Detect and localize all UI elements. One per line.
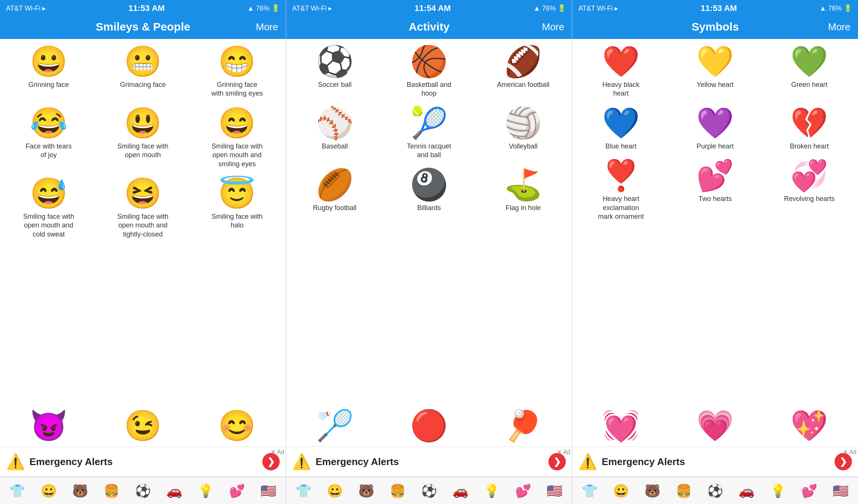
emoji-item[interactable]: 🏀 Basketball and hoop: [403, 46, 455, 98]
ad-banner[interactable]: ⚠️ Emergency Alerts ❯ ✕ Ad: [286, 447, 572, 477]
tab-icon-0[interactable]: 👕: [582, 484, 598, 497]
panel-smileys: AT&T Wi-Fi ▸ 11:53 AM ▲ 76% 🔋 Smileys & …: [0, 0, 286, 504]
emoji-glyph: 💔: [790, 108, 828, 138]
partial-emoji-item: 💓: [602, 411, 640, 441]
emoji-glyph: 🎱: [410, 170, 448, 200]
ad-close-button[interactable]: ✕ Ad: [843, 448, 856, 456]
partial-emoji-item: 🏸: [316, 411, 354, 441]
partial-emoji-item: 🔴: [410, 411, 448, 441]
emoji-item[interactable]: 😅 Smiling face with open mouth and cold …: [22, 178, 75, 239]
emoji-item[interactable]: 🏉 Rugby football: [308, 170, 361, 212]
tab-icon-7[interactable]: 💕: [515, 484, 531, 497]
tab-icon-8[interactable]: 🇺🇸: [547, 484, 562, 497]
emoji-item[interactable]: 😀 Grinning face: [22, 46, 75, 89]
tab-icon-2[interactable]: 🐻: [358, 484, 374, 497]
tab-icon-1[interactable]: 😀: [327, 484, 343, 497]
emoji-item[interactable]: 😃 Smiling face with open mouth: [116, 108, 169, 160]
emoji-item[interactable]: 💚 Green heart: [783, 46, 836, 89]
warning-icon: ⚠️: [6, 453, 25, 471]
tab-icon-4[interactable]: ⚽: [707, 484, 723, 497]
tab-icon-8[interactable]: 🇺🇸: [833, 484, 849, 497]
tab-icon-6[interactable]: 💡: [198, 484, 214, 497]
emoji-item[interactable]: 🏐 Volleyball: [497, 108, 550, 151]
tab-icon-4[interactable]: ⚽: [421, 484, 437, 497]
emoji-item[interactable]: 😂 Face with tears of joy: [22, 108, 75, 160]
emoji-item[interactable]: 💞 Revolving hearts: [783, 161, 836, 203]
tab-icon-1[interactable]: 😀: [41, 484, 57, 497]
emoji-item[interactable]: ⛳ Flag in hole: [497, 170, 550, 212]
warning-icon: ⚠️: [578, 453, 597, 471]
ad-banner[interactable]: ⚠️ Emergency Alerts ❯ ✕ Ad: [0, 447, 286, 477]
tab-icon-0[interactable]: 👕: [296, 484, 311, 497]
status-bar: AT&T Wi-Fi ▸ 11:54 AM ▲ 76% 🔋: [286, 0, 572, 17]
emoji-glyph: 😅: [30, 178, 68, 209]
nav-bar: Symbols More: [572, 17, 858, 39]
tab-icon-0[interactable]: 👕: [9, 484, 25, 497]
ad-text: Emergency Alerts: [316, 456, 544, 468]
tab-icon-1[interactable]: 😀: [613, 484, 629, 497]
status-battery: ▲ 76% 🔋: [533, 4, 566, 12]
emoji-item[interactable]: 🎱 Billiards: [403, 170, 455, 212]
emoji-row-1: 😂 Face with tears of joy 😃 Smiling face …: [0, 104, 286, 175]
partial-emoji-item: 😈: [30, 411, 68, 441]
tab-icon-4[interactable]: ⚽: [135, 484, 151, 497]
emoji-item[interactable]: 💔 Broken heart: [783, 108, 836, 151]
emoji-label: Green heart: [791, 80, 827, 89]
emoji-glyph: 🏉: [316, 170, 354, 200]
emoji-item[interactable]: 💜 Purple heart: [689, 108, 742, 151]
nav-title: Smileys & People: [96, 20, 190, 33]
emoji-label: Smiling face with open mouth and tightly…: [116, 212, 169, 239]
partial-emoji-item: 💗: [696, 411, 734, 441]
emoji-item[interactable]: ❤️ Heavy black heart: [595, 46, 647, 98]
emoji-glyph: 🏈: [504, 46, 542, 77]
tab-icon-7[interactable]: 💕: [229, 484, 245, 497]
emoji-item[interactable]: ⚽ Soccer ball: [308, 46, 361, 89]
emoji-item[interactable]: 😁 Grinning face with smiling eyes: [211, 46, 263, 98]
emoji-label: Soccer ball: [318, 80, 352, 89]
emoji-item[interactable]: 💛 Yellow heart: [689, 46, 742, 89]
nav-title: Activity: [409, 20, 449, 33]
tab-icon-7[interactable]: 💕: [801, 484, 817, 497]
emoji-label: American football: [497, 80, 550, 89]
partial-row: 🏸🔴🏓: [286, 401, 572, 447]
emoji-item[interactable]: 😄 Smiling face with open mouth and smili…: [211, 108, 263, 169]
emoji-label: Basketball and hoop: [403, 80, 455, 98]
emoji-glyph: 😄: [218, 108, 256, 138]
ad-banner[interactable]: ⚠️ Emergency Alerts ❯ ✕ Ad: [572, 447, 858, 477]
panel-activity: AT&T Wi-Fi ▸ 11:54 AM ▲ 76% 🔋 Activity M…: [286, 0, 572, 504]
emoji-label: Grinning face: [28, 80, 69, 89]
tab-icon-3[interactable]: 🍔: [390, 484, 406, 497]
emoji-label: Heavy heart exclamation mark ornament: [595, 195, 647, 221]
ad-close-button[interactable]: ✕ Ad: [557, 448, 570, 456]
tab-icon-5[interactable]: 🚗: [166, 484, 182, 497]
emoji-item[interactable]: ❣️ Heavy heart exclamation mark ornament: [595, 161, 647, 221]
tab-icon-5[interactable]: 🚗: [739, 484, 754, 497]
tab-icon-6[interactable]: 💡: [484, 484, 500, 497]
ad-close-button[interactable]: ✕ Ad: [271, 448, 284, 456]
emoji-item[interactable]: 😬 Grimacing face: [116, 46, 169, 89]
emoji-item[interactable]: 💙 Blue heart: [595, 108, 647, 151]
more-button[interactable]: More: [828, 21, 850, 33]
more-button[interactable]: More: [256, 21, 278, 33]
more-button[interactable]: More: [542, 21, 564, 33]
emoji-item[interactable]: 🏈 American football: [497, 46, 550, 89]
tab-icon-6[interactable]: 💡: [770, 484, 786, 497]
tab-icon-3[interactable]: 🍔: [104, 484, 119, 497]
emoji-grid: ❤️ Heavy black heart 💛 Yellow heart 💚 Gr…: [572, 39, 858, 401]
tab-icon-2[interactable]: 🐻: [72, 484, 88, 497]
emoji-grid: ⚽ Soccer ball 🏀 Basketball and hoop 🏈 Am…: [286, 39, 572, 401]
partial-emoji-item: 😉: [124, 411, 162, 441]
emoji-grid: 😀 Grinning face 😬 Grimacing face 😁 Grinn…: [0, 39, 286, 401]
emoji-item[interactable]: 🎾 Tennis racquet and ball: [403, 108, 455, 160]
emoji-item[interactable]: 💕 Two hearts: [689, 161, 742, 203]
emoji-item[interactable]: 😇 Smiling face with halo: [211, 178, 263, 230]
tab-icon-2[interactable]: 🐻: [644, 484, 660, 497]
tab-icon-3[interactable]: 🍔: [676, 484, 692, 497]
emoji-item[interactable]: ⚾ Baseball: [308, 108, 361, 151]
emoji-label: Revolving hearts: [784, 195, 835, 203]
emoji-glyph: ⛳: [504, 170, 542, 200]
emoji-label: Billiards: [417, 204, 441, 212]
tab-icon-8[interactable]: 🇺🇸: [260, 484, 276, 497]
tab-icon-5[interactable]: 🚗: [452, 484, 468, 497]
emoji-item[interactable]: 😆 Smiling face with open mouth and tight…: [116, 178, 169, 239]
